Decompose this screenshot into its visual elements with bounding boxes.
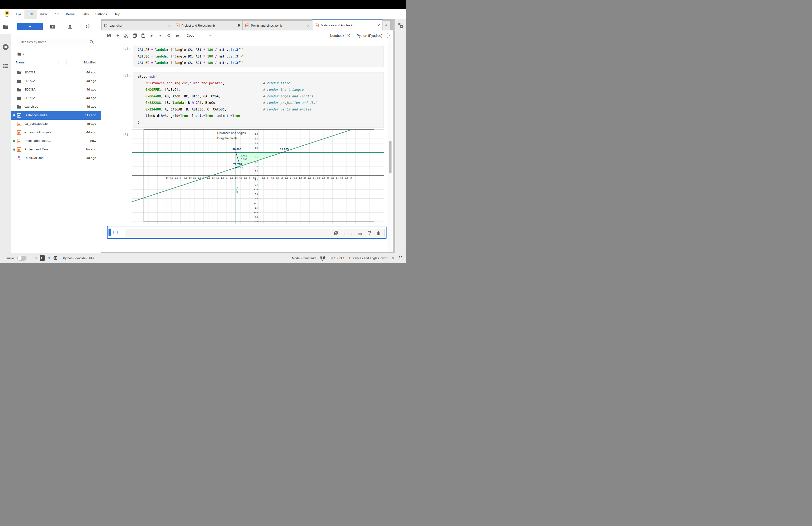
notebook-icon [245, 24, 249, 27]
restart-run-all-button[interactable]: ▶▶ [175, 33, 180, 38]
cut-cells-button[interactable] [124, 33, 128, 38]
file-list-header: Name ▲ Modified [11, 60, 101, 66]
list-item[interactable]: Distances and A...11s ago [11, 111, 101, 120]
terminals-count[interactable]: 0 [35, 256, 37, 260]
scrollbar-thumb[interactable] [389, 141, 392, 173]
close-icon[interactable]: ✕ [377, 24, 380, 27]
menu-settings[interactable]: Settings [92, 9, 110, 19]
table-of-contents-tab-icon[interactable] [0, 64, 11, 68]
refresh-icon[interactable] [85, 24, 90, 29]
tab-points-and-lines[interactable]: Points and Lines.ipynb ✕ [243, 20, 312, 30]
window-titlebar [0, 0, 406, 9]
menu-help[interactable]: Help [110, 9, 124, 19]
list-item[interactable]: ex_pointcloud.ip...4d ago [11, 120, 101, 128]
menu-tabs[interactable]: Tabs [78, 9, 92, 19]
cell-type-dropdown[interactable]: Code [187, 34, 211, 37]
svg-text:0.4: 0.4 [267, 177, 270, 179]
notebook-scrollbar[interactable] [388, 41, 392, 253]
new-tab-button[interactable]: + [383, 20, 390, 30]
kernel-name-label[interactable]: Python (Pyodide) [357, 34, 382, 38]
code-editor-7[interactable]: CAtoAB = lambda: f"{angle(CA, AB) * 180 … [138, 46, 244, 66]
new-launcher-button[interactable]: + [17, 23, 43, 30]
command-mode-label[interactable]: Mode: Command [292, 256, 316, 260]
kernel-status-label[interactable]: Python (Pyodide) | Idle [63, 256, 94, 260]
home-folder-icon [17, 52, 21, 56]
cell-type-value: Code [187, 34, 194, 37]
empty-input-prompt: [ ]: [113, 230, 120, 234]
svg-text:1.2: 1.2 [255, 147, 258, 149]
code-editor-8[interactable]: alg.graph( "Distances and Angles","Drag … [138, 73, 317, 126]
right-panel-divider[interactable] [393, 19, 395, 253]
filter-files-input[interactable]: Filter files by name [16, 37, 97, 47]
tab-distances-and-angles[interactable]: Distances and Angles.ip ✕ [312, 19, 383, 30]
list-item[interactable]: Project and Reje...1m ago [11, 145, 101, 154]
delete-cell-icon[interactable] [377, 231, 380, 235]
column-name[interactable]: Name [16, 60, 25, 64]
unsaved-dot-icon[interactable] [238, 24, 240, 27]
menu-view[interactable]: View [37, 9, 50, 19]
svg-text:1.4: 1.4 [255, 142, 258, 144]
running-kernels-tab-icon[interactable] [0, 44, 11, 50]
cursor-position-label[interactable]: Ln 1, Col 1 [330, 256, 345, 260]
stop-kernel-button[interactable]: ■ [158, 33, 163, 38]
bell-icon[interactable] [398, 256, 403, 260]
list-item[interactable]: 3DPGA4d ago [11, 94, 101, 103]
tab-project-and-reject[interactable]: Project and Reject.ipynb [173, 20, 243, 30]
restart-kernel-button[interactable] [167, 33, 171, 38]
right-sidebar [395, 19, 406, 253]
menu-file[interactable]: File [13, 9, 25, 19]
svg-text:0.4: 0.4 [255, 165, 258, 168]
run-cell-button[interactable]: ▶ [149, 33, 154, 38]
list-item[interactable]: 2DCGA4d ago [11, 68, 101, 77]
list-item[interactable]: exercises4d ago [11, 103, 101, 111]
file-modified: 4d ago [86, 156, 96, 160]
notifications-count[interactable]: 0 [392, 256, 394, 260]
notebook-icon [17, 122, 21, 126]
list-item[interactable]: 3DCGA4d ago [11, 86, 101, 94]
menu-kernel[interactable]: Kernel [63, 9, 78, 19]
insert-cell-above-icon[interactable] [358, 231, 362, 235]
upload-icon[interactable] [68, 24, 72, 29]
svg-text:0.6: 0.6 [271, 177, 274, 179]
trust-shield-icon[interactable] [320, 256, 325, 261]
list-item[interactable]: ex_symbolic.ipynb4d ago [11, 128, 101, 137]
notebook-icon [17, 113, 21, 118]
empty-cell-input[interactable]: ↑ ↓ [125, 229, 385, 237]
svg-text:Distances and Angles: Distances and Angles [217, 131, 246, 135]
svg-text:-2.0: -2.0 [211, 177, 215, 179]
external-link-icon[interactable] [347, 34, 350, 37]
svg-text:M: M [18, 156, 20, 159]
column-modified[interactable]: Modified [84, 60, 96, 64]
breadcrumb[interactable]: / [17, 51, 24, 57]
move-cell-down-icon[interactable]: ↓ [351, 231, 353, 235]
file-browser-tab-icon[interactable] [0, 24, 11, 29]
cell-collapser[interactable] [108, 229, 111, 236]
list-item[interactable]: MREADME.md4d ago [11, 154, 101, 162]
list-item[interactable]: Points and Lines...now [11, 137, 101, 145]
column-divider [66, 60, 67, 65]
new-folder-icon[interactable] [50, 24, 55, 29]
move-cell-up-icon[interactable]: ↑ [343, 231, 345, 235]
menu-edit[interactable]: Edit [25, 9, 37, 19]
simple-mode-toggle[interactable] [17, 256, 27, 261]
svg-text:2.0: 2.0 [303, 177, 306, 179]
tab-launcher[interactable]: Launcher ✕ [101, 20, 173, 30]
list-item[interactable]: 2DPGA4d ago [11, 77, 101, 86]
svg-text:-2.0: -2.0 [254, 221, 258, 223]
copy-cells-button[interactable] [132, 33, 137, 38]
close-icon[interactable]: ✕ [168, 24, 171, 27]
kernels-count[interactable]: 3 [48, 256, 49, 260]
svg-text:-0.2: -0.2 [254, 179, 258, 181]
save-button[interactable] [107, 33, 111, 38]
svg-text:-3.2: -3.2 [184, 177, 187, 179]
svg-text:0.436: 0.436 [235, 187, 238, 194]
empty-code-cell[interactable]: [ ]: ↑ ↓ [107, 226, 387, 239]
insert-cell-below-icon[interactable] [367, 231, 371, 235]
property-inspector-icon[interactable] [397, 22, 404, 29]
close-icon[interactable]: ✕ [306, 24, 309, 27]
duplicate-cell-icon[interactable] [334, 231, 338, 235]
distances-and-angles-plot[interactable]: -4.0-3.8-3.6-3.4-3.2-3.0-2.8-2.6-2.4-2.2… [132, 129, 384, 224]
paste-cells-button[interactable] [141, 33, 146, 38]
menu-run[interactable]: Run [50, 9, 63, 19]
add-cell-button[interactable]: + [115, 33, 120, 38]
